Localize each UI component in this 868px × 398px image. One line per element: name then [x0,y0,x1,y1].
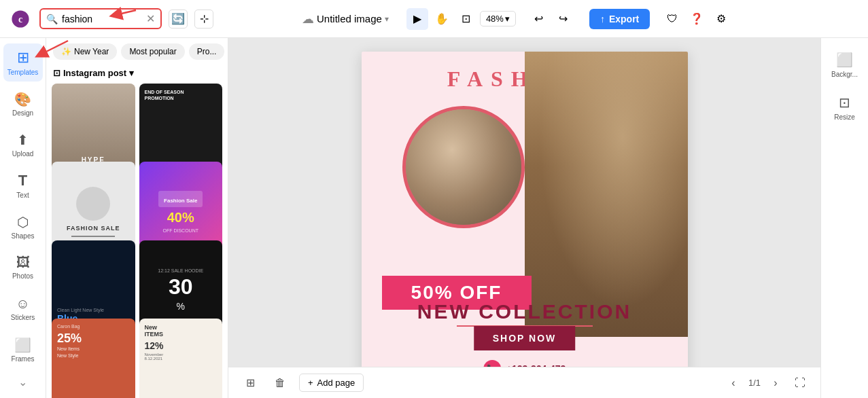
filter-label[interactable]: ⊡ Instagram post ▾ [53,68,134,78]
zoom-value: 48% [486,14,504,24]
phone-icon: 📞 [483,360,501,367]
main-area: ⊞ Templates 🎨 Design ⬆ Upload T Text ⬡ S… [0,38,868,398]
sidebar-item-text[interactable]: T Text [3,166,43,204]
redo-button[interactable]: ↪ [553,8,574,30]
tab-most-popular[interactable]: Most popular [121,43,184,60]
filter-icon: ⊹ [200,12,209,25]
undo-button[interactable]: ↩ [528,8,550,30]
photos-icon: 🖼 [16,255,30,270]
stickers-label: Stickers [11,314,35,321]
doc-title-chevron: ▾ [385,14,389,24]
fullscreen-icon: ⛶ [795,377,805,389]
tab-new-year[interactable]: ✨ New Year [53,43,117,60]
bottom-bar: ⊞ 🗑 + Add page ‹ 1/1 › ⛶ [228,367,820,398]
canva-logo[interactable]: c [8,7,33,31]
tab-pro-label: Pro... [197,47,217,56]
phone-row: 📞 +123-364-473 [483,360,566,367]
filter-search-button[interactable]: ⊹ [194,10,213,29]
expand-chevron-icon: ⌄ [18,376,27,388]
sparkle-icon: ✨ [61,47,71,56]
tab-pro[interactable]: Pro... [189,43,225,60]
right-panel-resize[interactable]: ⊡ Resize [824,89,865,126]
svg-text:c: c [18,14,22,24]
trash-icon: 🗑 [275,377,285,389]
shapes-icon: ⬡ [17,214,29,230]
sidebar-item-design[interactable]: 🎨 Design [3,84,43,122]
settings-icon-button[interactable]: ⚙ [711,9,731,29]
plus-icon: + [308,378,313,388]
page-indicator: 1/1 [748,378,761,388]
right-panel-background[interactable]: ⬜ Backgr... [824,46,865,84]
sidebar-item-frames[interactable]: ⬜ Frames [3,331,43,369]
undo-redo-group: ↩ ↪ [528,8,574,30]
search-clear-icon[interactable]: ✕ [146,12,155,25]
template-card-8[interactable]: NewITEMS 12% November8.12.2021 [139,319,223,398]
canvas-scroll[interactable]: FASHION 50% OFF [228,38,820,367]
hand-tool-button[interactable]: ✋ [431,8,453,30]
next-page-button[interactable]: › [766,374,785,393]
category-tabs: ✨ New Year Most popular Pro... [46,38,228,65]
phone-number: +123-364-473 [506,363,566,367]
instagram-icon: ⊡ [53,68,60,78]
tab-most-popular-label: Most popular [129,47,176,56]
frames-icon: ⬜ [14,337,31,353]
circle-photo [402,106,525,228]
design-icon: 🎨 [14,91,31,107]
canvas-area: FASHION 50% OFF [228,38,820,398]
help-icon-button[interactable]: ❓ [687,9,707,29]
search-input[interactable] [62,14,142,24]
background-label: Backgr... [831,71,858,78]
sidebar-item-upload[interactable]: ⬆ Upload [3,126,43,164]
template-card-7[interactable]: Caron Bag 25% New ItemsNew Style [52,319,135,398]
toolbar-tools: ▶ ✋ ⊡ 48% ▾ [406,8,516,30]
sidebar-expand-button[interactable]: ⌄ [12,372,34,393]
bg-photo-inner [525,52,688,337]
zoom-control[interactable]: 48% ▾ [480,11,516,26]
delete-button[interactable]: 🗑 [269,372,291,394]
document-name: Untitled image [317,13,382,24]
doc-title[interactable]: ☁ Untitled image ▾ [302,12,389,26]
right-panel: ⬜ Backgr... ⊡ Resize [820,38,868,398]
background-icon: ⬜ [836,52,853,68]
select-tool-button[interactable]: ▶ [406,8,428,30]
left-sidebar: ⊞ Templates 🎨 Design ⬆ Upload T Text ⬡ S… [0,38,46,398]
fullscreen-button[interactable]: ⛶ [791,374,810,393]
templates-grid: HYPE Collection END OF SEASONPROMOTION R… [46,84,228,398]
upload-label: Upload [12,150,34,158]
sidebar-item-shapes[interactable]: ⬡ Shapes [3,207,43,245]
upload-icon: ⬆ [17,132,29,148]
prev-page-button[interactable]: ‹ [724,374,743,393]
resize-icon: ⊡ [839,94,850,111]
shield-icon-button[interactable]: 🛡 [662,9,682,29]
shop-now-button[interactable]: SHOP NOW [474,326,576,350]
search-box: 🔍 ✕ [39,8,162,29]
app-container: c 🔍 ✕ 🔄 ⊹ ☁ Untitled image ▾ ▶ ✋ ⊡ [0,0,868,398]
filter-chevron-icon: ▾ [129,68,134,78]
text-icon: T [18,172,27,189]
export-button[interactable]: ↑ Export [589,9,650,29]
filter-text: Instagram post [63,68,126,78]
canvas-wrapper: FASHION 50% OFF [362,52,688,367]
image-search-button[interactable]: 🔄 [169,10,188,29]
search-icon: 🔍 [46,14,58,24]
resize-label: Resize [834,113,855,121]
add-page-button[interactable]: + Add page [299,374,364,392]
export-icon: ↑ [600,14,605,24]
templates-panel: ✨ New Year Most popular Pro... ⊡ Instagr… [46,38,228,398]
templates-label: Templates [7,69,39,76]
image-search-icon: 🔄 [171,12,185,25]
photos-label: Photos [12,272,33,280]
sidebar-item-templates[interactable]: ⊞ Templates [3,43,43,82]
filter-bar: ⊡ Instagram post ▾ [46,65,228,84]
sidebar-item-photos[interactable]: 🖼 Photos [3,249,43,287]
sidebar-item-stickers[interactable]: ☺ Stickers [3,289,43,327]
circle-inner [406,109,521,225]
page-navigation: ‹ 1/1 › ⛶ [724,374,810,393]
grid-view-button[interactable]: ⊞ [239,372,261,394]
tab-new-year-label: New Year [74,47,109,56]
zoom-chevron: ▾ [505,14,510,24]
cloud-save-icon: ☁ [302,12,314,26]
frame-tool-button[interactable]: ⊡ [455,8,477,30]
export-label: Export [609,14,639,24]
frames-label: Frames [12,355,35,363]
